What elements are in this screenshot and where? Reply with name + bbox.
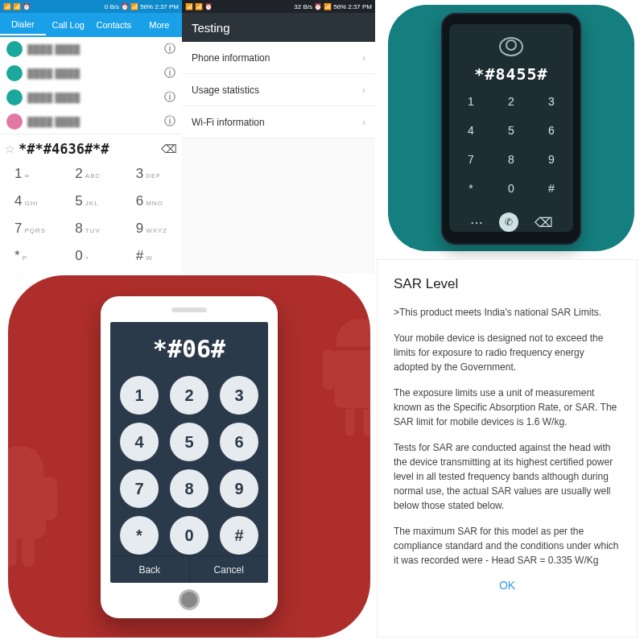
dial-key-#[interactable]: # — [537, 182, 566, 206]
dial-key-6[interactable]: 6 — [537, 124, 566, 148]
info-icon[interactable]: ⓘ — [164, 42, 175, 56]
info-icon[interactable]: ⓘ — [164, 90, 175, 105]
dial-key-8[interactable]: 8 — [497, 153, 526, 177]
battery: 56% — [333, 3, 346, 10]
row-wifi-info[interactable]: Wi-Fi information› — [182, 106, 375, 138]
dial-key-0[interactable]: 0 — [497, 182, 526, 206]
sar-text: The maximum SAR for this model as per th… — [394, 524, 621, 568]
sar-text: Tests for SAR are conducted against the … — [394, 440, 621, 513]
dial-key-7[interactable]: 7 — [456, 153, 485, 177]
dial-key-5[interactable]: 5 — [170, 423, 208, 461]
dial-key-*[interactable]: * — [120, 516, 159, 555]
tab-more[interactable]: More — [137, 15, 183, 35]
dialer-tabs: Dialer Call Log Contacts More — [0, 13, 182, 37]
more-icon[interactable]: ⋯ — [470, 215, 483, 230]
dialed-code: *#8455# — [474, 64, 547, 84]
phone-frame: *#06# 123456789*0# Back Cancel — [101, 296, 278, 618]
dialed-number: *#*#4636#*# — [19, 141, 158, 157]
sar-text: Your mobile device is designed not to ex… — [394, 331, 621, 374]
ok-button[interactable]: OK — [394, 579, 621, 592]
battery: 56% — [140, 3, 153, 10]
dialog-title: SAR Level — [394, 276, 621, 292]
dial-key-0[interactable]: 0 — [170, 516, 208, 555]
list-item[interactable]: ████ ████ⓘ — [0, 37, 182, 61]
dial-key-9[interactable]: 9WXYZ — [122, 217, 182, 245]
user-icon — [499, 37, 523, 56]
dial-key-*[interactable]: * — [456, 182, 485, 206]
android-icon — [303, 308, 370, 443]
clock: 2:37 PM — [155, 3, 179, 10]
dial-key-4[interactable]: 4 — [120, 423, 159, 461]
phone-frame: *#8455# 123456789*0# ⋯ ✆ ⌫ — [441, 13, 581, 245]
tab-contacts[interactable]: Contacts — [91, 15, 137, 35]
sar-text: >This product meets India's national SAR… — [394, 305, 621, 320]
status-bar: 📶 📶 ⏰ 32 B/s ⏰ 📶 56% 2:37 PM — [182, 0, 375, 13]
dial-pad: 123456789*0# — [456, 95, 566, 206]
row-usage-stats[interactable]: Usage statistics› — [182, 74, 375, 106]
signal-icons: 📶 📶 ⏰ — [3, 3, 31, 10]
dial-key-#[interactable]: #W — [122, 245, 182, 272]
dial-key-7[interactable]: 7PQRS — [0, 217, 60, 245]
list-item[interactable]: ████ ████ⓘ — [0, 61, 182, 85]
sar-dialog: SAR Level >This product meets India's na… — [377, 259, 638, 638]
dial-key-8[interactable]: 8TUV — [60, 217, 121, 245]
red-app-icon: *#06# 123456789*0# Back Cancel — [8, 275, 370, 638]
backspace-icon[interactable]: ⌫ — [535, 215, 553, 230]
cancel-button[interactable]: Cancel — [190, 556, 269, 583]
list-item[interactable]: ████ ████ⓘ — [0, 85, 182, 109]
dial-key-6[interactable]: 6 — [220, 423, 258, 461]
dial-key-4[interactable]: 4GHI — [0, 190, 60, 217]
chevron-right-icon: › — [362, 85, 365, 96]
dial-key-5[interactable]: 5 — [497, 124, 526, 148]
dial-key-2[interactable]: 2 — [497, 95, 526, 119]
sar-text: The exposure limits use a unit of measur… — [394, 386, 621, 429]
net-speed: 32 B/s — [294, 3, 312, 10]
page-title: Testing — [182, 13, 375, 42]
dial-key-2[interactable]: 2 — [170, 376, 208, 415]
dial-key-1[interactable]: 1 — [120, 376, 159, 415]
speaker — [171, 308, 207, 312]
chevron-right-icon: › — [362, 52, 365, 64]
dial-key-0[interactable]: 0+ — [60, 245, 121, 272]
avatar — [6, 89, 23, 105]
dial-pad: 123456789*0# — [120, 376, 258, 555]
dial-key-3[interactable]: 3DEF — [122, 163, 182, 190]
dial-key-9[interactable]: 9 — [220, 469, 258, 508]
dial-key-1[interactable]: 1∞ — [0, 163, 60, 190]
back-button[interactable]: Back — [110, 556, 190, 583]
dial-key-6[interactable]: 6MNO — [122, 190, 182, 217]
dial-key-9[interactable]: 9 — [537, 153, 566, 177]
status-bar: 📶 📶 ⏰ 0 B/s ⏰ 📶 56% 2:37 PM — [0, 0, 182, 13]
android-icon — [8, 436, 76, 572]
info-icon[interactable]: ⓘ — [164, 114, 175, 129]
testing-menu: 📶 📶 ⏰ 32 B/s ⏰ 📶 56% 2:37 PM Testing Pho… — [182, 0, 375, 274]
dial-key-1[interactable]: 1 — [456, 95, 485, 119]
dial-key-7[interactable]: 7 — [120, 469, 159, 508]
dial-key-2[interactable]: 2ABC — [60, 163, 121, 190]
avatar — [6, 41, 23, 57]
backspace-icon[interactable]: ⌫ — [161, 142, 177, 155]
chevron-right-icon: › — [362, 117, 365, 128]
tab-dialer[interactable]: Dialer — [0, 14, 46, 35]
call-button[interactable]: ✆ — [499, 213, 518, 232]
dialed-code: *#06# — [153, 335, 225, 363]
list-item[interactable]: ████ ████ⓘ — [0, 109, 182, 134]
dial-pad: 1∞2ABC3DEF4GHI5JKL6MNO7PQRS8TUV9WXYZ*P0+… — [0, 163, 182, 272]
tab-call-log[interactable]: Call Log — [46, 15, 92, 35]
dial-key-8[interactable]: 8 — [170, 469, 208, 508]
dial-key-3[interactable]: 3 — [220, 376, 258, 415]
dial-key-#[interactable]: # — [220, 516, 258, 555]
net-speed: 0 B/s — [105, 3, 119, 10]
avatar — [6, 114, 23, 130]
dial-key-3[interactable]: 3 — [537, 95, 566, 119]
dial-key-5[interactable]: 5JKL — [60, 190, 121, 217]
dial-key-*[interactable]: *P — [0, 245, 60, 272]
dialer-app: 📶 📶 ⏰ 0 B/s ⏰ 📶 56% 2:37 PM Dialer Call … — [0, 0, 182, 274]
star-icon[interactable]: ☆ — [5, 142, 15, 155]
teal-app-icon: *#8455# 123456789*0# ⋯ ✆ ⌫ — [388, 5, 634, 251]
recent-list: ████ ████ⓘ ████ ████ⓘ ████ ████ⓘ ████ ██… — [0, 37, 182, 134]
home-button[interactable] — [179, 589, 200, 610]
row-phone-info[interactable]: Phone information› — [182, 42, 375, 74]
dial-key-4[interactable]: 4 — [456, 124, 485, 148]
info-icon[interactable]: ⓘ — [164, 66, 175, 80]
